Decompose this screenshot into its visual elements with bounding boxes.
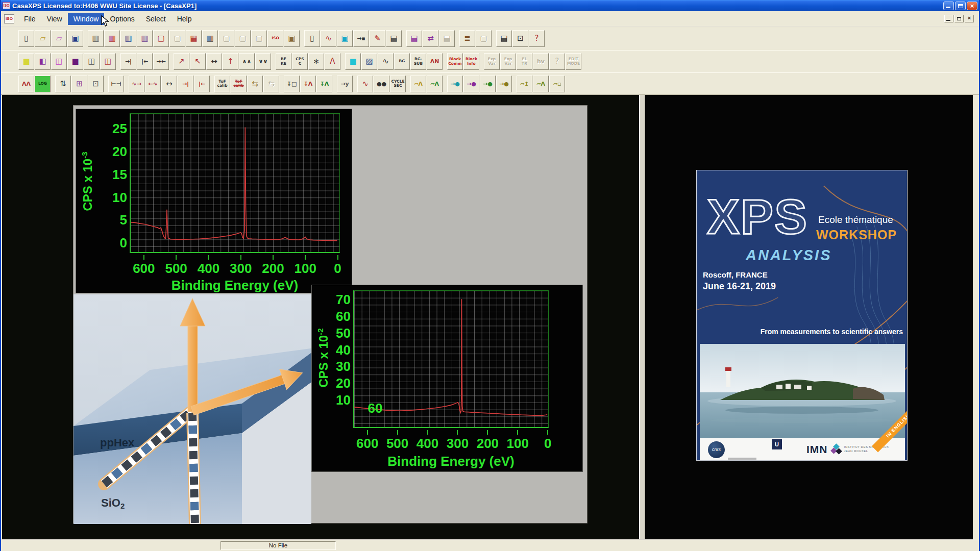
toolbar-expand-x-button[interactable]: ↔	[206, 53, 222, 70]
toolbar-tile-red-button[interactable]: ◫	[100, 53, 116, 70]
toolbar-paste-block-button[interactable]: ▥	[120, 30, 136, 47]
toolbar-raise-y-button[interactable]: ↑	[223, 53, 238, 70]
mdi-document-icon[interactable]: ISO	[4, 14, 14, 23]
toolbar-page-down-button[interactable]: ∨∨	[255, 53, 271, 70]
toolbar-spectrum-display-button[interactable]: ΛΛ	[18, 76, 34, 92]
toolbar-convert-purple-button[interactable]: →●	[463, 76, 479, 92]
toolbar-tile-stack-button[interactable]: ■	[67, 53, 83, 70]
toolbar-tof-calib-off-button[interactable]: ToF calib	[231, 76, 247, 92]
toolbar-background-subtract-button[interactable]: BG- SUB	[410, 53, 426, 70]
toolbar-block-info-button[interactable]: Block Info	[463, 53, 479, 70]
toolbar-open-file-button[interactable]: ▱	[35, 30, 51, 47]
toolbar-load-spectra-button[interactable]: ▱Λ	[410, 76, 426, 92]
toolbar-curve-overlay-button[interactable]: ∿	[357, 76, 373, 92]
toolbar-print-preview-button[interactable]: ⊡	[512, 30, 528, 47]
menu-file[interactable]: File	[18, 13, 41, 25]
toolbar-propagate-peaks-button[interactable]: ↧Λ	[300, 76, 316, 92]
menu-window[interactable]: Window	[68, 13, 105, 25]
toolbar-find-binoculars-button[interactable]: ●●	[374, 76, 389, 92]
toolbar-library-button[interactable]: ≣	[459, 30, 475, 47]
toolbar-shift-right-button[interactable]: ∿→	[129, 76, 144, 92]
toolbar-tile-view-button[interactable]: ⊡	[88, 76, 104, 92]
toolbar-components-button[interactable]: ΛN	[427, 53, 443, 70]
toolbar-peak-fit-button[interactable]: Λ	[325, 53, 340, 70]
toolbar-convert-teal-button[interactable]: →●	[447, 76, 463, 92]
toolbar-properties-button[interactable]: ▤	[386, 30, 402, 47]
toolbar-print-tile-button[interactable]: ▤	[406, 30, 422, 47]
toolbar-tile-pages-button[interactable]: ◧	[35, 53, 51, 70]
toolbar-normalize-button[interactable]: ⇅	[55, 76, 71, 92]
toolbar-zoom-down-button[interactable]: ↖	[190, 53, 206, 70]
toolbar-tile-display-button[interactable]: ■	[18, 53, 34, 70]
toolbar-clipboard-button[interactable]: ▣	[284, 30, 300, 47]
toolbar-copy-block-button[interactable]: ▥	[104, 30, 120, 47]
toolbar-print-button[interactable]: ▤	[496, 30, 512, 47]
toolbar-page-export-button[interactable]: ▥	[202, 30, 218, 47]
toolbar-convert-y-button[interactable]: →y	[337, 76, 353, 92]
toolbar-copy-button[interactable]: ▥	[88, 30, 104, 47]
toolbar-convert-green-button[interactable]: →●	[480, 76, 496, 92]
toolbar-tof-calib-button[interactable]: ToF calib	[214, 76, 230, 92]
toolbar-tile-spectrum-button[interactable]: ∿	[378, 53, 394, 70]
toolbar-print-convert-button[interactable]: ⇄	[423, 30, 438, 47]
toolbar-step-through-button[interactable]: ⇆	[247, 76, 263, 92]
toolbar-scale-center-button[interactable]: →←	[153, 53, 169, 70]
toolbar-page-up-button[interactable]: ∧∧	[239, 53, 255, 70]
toolbar-insert-object-button[interactable]: →▪	[353, 30, 369, 47]
toolbar-zoom-up-button[interactable]: ↗	[174, 53, 189, 70]
panel-splitter[interactable]	[639, 95, 645, 539]
menu-select[interactable]: Select	[140, 13, 172, 25]
toolbar-page-view-button[interactable]: ▯	[304, 30, 320, 47]
toolbar-load-spectra-green-button[interactable]: ▱Λ	[427, 76, 443, 92]
document-panel[interactable]: CPS x 10-3 2520151050 600500400300200100…	[73, 105, 587, 523]
toolbar-cycle-sec-button[interactable]: CYCLE SEC	[390, 76, 406, 92]
mdi-restore-button[interactable]	[954, 15, 964, 22]
minimize-button[interactable]	[943, 2, 954, 10]
toolbar-log-scale-button[interactable]: LOG	[35, 76, 51, 92]
toolbar-step-right-button[interactable]: →|	[178, 76, 193, 92]
toolbar-stretch-x-button[interactable]: ↔	[161, 76, 177, 92]
survey-plot-bottom[interactable]: CPS x 10-2 70605040302010 60 60050040030…	[311, 285, 583, 472]
restore-button[interactable]	[955, 2, 966, 10]
toolbar-paste-page-button[interactable]: ▥	[137, 30, 153, 47]
toolbar-page-note-button[interactable]: ▢	[153, 30, 169, 47]
mdi-minimize-button[interactable]	[944, 15, 953, 22]
toolbar-block-comment-button[interactable]: Block Comm	[447, 53, 463, 70]
toolbar-shift-left-button[interactable]: ←∿	[145, 76, 161, 92]
menu-view[interactable]: View	[41, 13, 68, 25]
toolbar-iso-format-button[interactable]: ISO	[267, 30, 283, 47]
toolbar-tile-image-button[interactable]: ▨	[361, 53, 377, 70]
toolbar-scale-right-button[interactable]: →|	[120, 53, 136, 70]
toolbar-cps-counts-button[interactable]: CPS C	[292, 53, 308, 70]
toolbar-be-ke-toggle-button[interactable]: BE KE	[276, 53, 291, 70]
toolbar-annotate-pencil-button[interactable]: ✎	[370, 30, 385, 47]
toolbar-page-graph-button[interactable]: ∿	[321, 30, 336, 47]
toolbar-propagate-blocks-button[interactable]: ↧□	[284, 76, 300, 92]
toolbar-tile-split-button[interactable]: ◫	[51, 53, 67, 70]
menu-help[interactable]: Help	[172, 13, 198, 25]
toolbar-tile-grid-button[interactable]: ⊞	[71, 76, 87, 92]
toolbar-export-folder-3-button[interactable]: ▱▫	[549, 76, 565, 92]
survey-plot-top[interactable]: CPS x 10-3 2520151050 600500400300200100…	[76, 109, 352, 293]
toolbar-help-button[interactable]: ?	[529, 30, 545, 47]
toolbar-save-button[interactable]: ▣	[67, 30, 83, 47]
toolbar-propagate-green-button[interactable]: ↧Λ	[316, 76, 332, 92]
toolbar-export-folder-2-button[interactable]: ▱Λ	[533, 76, 549, 92]
toolbar-export-folder-1-button[interactable]: ▱↥	[517, 76, 532, 92]
toolbar-tile-cyan-button[interactable]: ■	[345, 53, 361, 70]
toolbar-open-as-button[interactable]: ▱	[51, 30, 67, 47]
toolbar-new-file-button[interactable]: ▯	[18, 30, 34, 47]
plot-grid[interactable]	[130, 113, 340, 253]
toolbar-convert-olive-button[interactable]: →●	[496, 76, 512, 92]
toolbar-convert-red-button[interactable]: ▦	[186, 30, 202, 47]
toolbar-range-bar-button[interactable]: ⊢⊣	[108, 76, 124, 92]
toolbar-step-left-button[interactable]: |←	[194, 76, 210, 92]
toolbar-background-button[interactable]: BG	[394, 53, 410, 70]
toolbar-scale-left-button[interactable]: |←	[137, 53, 153, 70]
close-button[interactable]: ×	[967, 2, 977, 10]
toolbar-tile-frame-button[interactable]: ◫	[84, 53, 100, 70]
mdi-close-button[interactable]: ×	[965, 15, 974, 22]
toolbar-quantify-button[interactable]: ∗	[308, 53, 324, 70]
plot-grid[interactable]: 60	[353, 290, 549, 428]
toolbar-image-view-button[interactable]: ▣	[337, 30, 353, 47]
